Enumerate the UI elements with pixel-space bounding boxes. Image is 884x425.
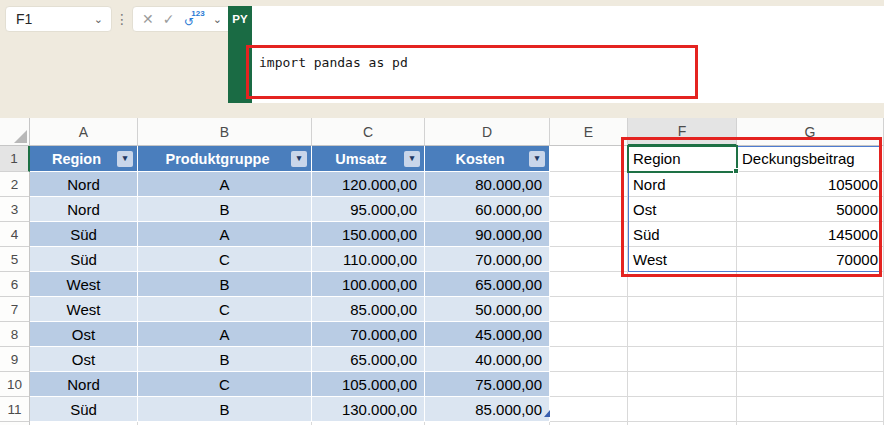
sheet-cell[interactable]: A xyxy=(138,172,312,197)
cancel-icon[interactable]: ✕ xyxy=(142,12,154,26)
sheet-cell[interactable]: 65.000,00 xyxy=(312,347,425,372)
row-header-10[interactable]: 10 xyxy=(0,372,30,397)
sheet-cell[interactable] xyxy=(737,272,884,297)
sheet-cell[interactable] xyxy=(550,322,628,347)
sheet-cell[interactable]: C xyxy=(138,297,312,322)
column-header-e[interactable]: E xyxy=(550,118,628,146)
column-header-d[interactable]: D xyxy=(425,118,550,146)
column-header-g[interactable]: G xyxy=(737,118,884,146)
sheet-cell[interactable]: A xyxy=(138,222,312,247)
sheet-cell[interactable] xyxy=(628,347,737,372)
sheet-cell[interactable]: Nord xyxy=(30,172,138,197)
sheet-cell[interactable] xyxy=(628,322,737,347)
sheet-cell[interactable] xyxy=(737,347,884,372)
sheet-cell[interactable]: 85.000,00 xyxy=(312,297,425,322)
result-cell[interactable]: 105000 xyxy=(737,172,884,197)
sheet-cell[interactable]: Süd xyxy=(30,247,138,272)
sheet-cell[interactable] xyxy=(628,297,737,322)
sheet-cell[interactable]: Süd xyxy=(30,222,138,247)
row-header-6[interactable]: 6 xyxy=(0,272,30,297)
result-cell[interactable]: Ost xyxy=(628,197,737,222)
sheet-cell[interactable]: B xyxy=(138,272,312,297)
result-cell[interactable]: 145000 xyxy=(737,222,884,247)
sheet-cell[interactable] xyxy=(737,322,884,347)
sheet-cell[interactable]: C xyxy=(138,247,312,272)
sheet-cell[interactable]: 70.000,00 xyxy=(312,322,425,347)
result-cell[interactable]: 70000 xyxy=(737,247,884,272)
sheet-cell[interactable] xyxy=(628,272,737,297)
sheet-cell[interactable] xyxy=(628,397,737,422)
fill-handle[interactable] xyxy=(733,168,739,174)
sheet-cell[interactable]: 120.000,00 xyxy=(312,172,425,197)
commit-options-chevron-icon[interactable]: ⌄ xyxy=(213,14,222,25)
sheet-cell[interactable]: 105.000,00 xyxy=(312,372,425,397)
row-header-2[interactable]: 2 xyxy=(0,172,30,197)
sheet-cell[interactable] xyxy=(550,247,628,272)
sheet-cell[interactable]: Nord xyxy=(30,372,138,397)
column-header-c[interactable]: C xyxy=(312,118,425,146)
table-header-kosten[interactable]: Kosten ▾ xyxy=(425,146,550,172)
sheet-cell[interactable]: Nord xyxy=(30,197,138,222)
sheet-cell[interactable]: C xyxy=(138,372,312,397)
sheet-cell[interactable] xyxy=(737,372,884,397)
sheet-cell[interactable]: 50.000,00 xyxy=(425,297,550,322)
sheet-cell[interactable]: 40.000,00 xyxy=(425,347,550,372)
sheet-cell[interactable]: 100.000,00 xyxy=(312,272,425,297)
sheet-cell[interactable] xyxy=(550,222,628,247)
sheet-cell[interactable]: B xyxy=(138,347,312,372)
row-header-8[interactable]: 8 xyxy=(0,322,30,347)
row-header-4[interactable]: 4 xyxy=(0,222,30,247)
sheet-cell[interactable] xyxy=(550,347,628,372)
sheet-cell[interactable]: B xyxy=(138,197,312,222)
table-header-produktgruppe[interactable]: Produktgruppe ▾ xyxy=(138,146,312,172)
sheet-cell[interactable] xyxy=(550,397,628,422)
row-header-11[interactable]: 11 xyxy=(0,397,30,422)
sheet-cell[interactable]: Süd xyxy=(30,397,138,422)
row-header-9[interactable]: 9 xyxy=(0,347,30,372)
result-header-deckungsbeitrag[interactable]: Deckungsbeitrag xyxy=(737,146,884,172)
sheet-cell[interactable]: A xyxy=(138,322,312,347)
sheet-cell[interactable] xyxy=(550,272,628,297)
table-header-umsatz[interactable]: Umsatz ▾ xyxy=(312,146,425,172)
sheet-cell[interactable]: 45.000,00 xyxy=(425,322,550,347)
result-cell[interactable]: Süd xyxy=(628,222,737,247)
table-header-region[interactable]: Region ▾ xyxy=(30,146,138,172)
filter-dropdown-button[interactable]: ▾ xyxy=(117,151,133,167)
sheet-cell[interactable]: 80.000,00 xyxy=(425,172,550,197)
sheet-cell[interactable]: B xyxy=(138,397,312,422)
sheet-cell[interactable]: 60.000,00 xyxy=(425,197,550,222)
result-cell[interactable]: Nord xyxy=(628,172,737,197)
sheet-cell[interactable]: 95.000,00 xyxy=(312,197,425,222)
row-header-1-selected[interactable]: 1 xyxy=(0,146,30,172)
sheet-cell[interactable] xyxy=(550,372,628,397)
column-header-a[interactable]: A xyxy=(30,118,138,146)
formula-bar-menu-dots-icon[interactable]: ⋮ xyxy=(116,6,128,32)
sheet-cell[interactable] xyxy=(628,372,737,397)
calculate-refresh-icon[interactable]: 123 ↺ xyxy=(184,10,204,28)
sheet-cell[interactable] xyxy=(737,297,884,322)
sheet-cell[interactable] xyxy=(550,172,628,197)
formula-input[interactable]: import pandas as pd df = xl("tblUmsatz[#… xyxy=(252,6,884,103)
sheet-cell[interactable]: 65.000,00 xyxy=(425,272,550,297)
sheet-cell[interactable]: 75.000,00 xyxy=(425,372,550,397)
enter-icon[interactable]: ✓ xyxy=(163,12,175,26)
chevron-down-icon[interactable]: ⌄ xyxy=(94,14,103,25)
filter-dropdown-button[interactable]: ▾ xyxy=(291,151,307,167)
row-header-7[interactable]: 7 xyxy=(0,297,30,322)
sheet-cell[interactable]: Ost xyxy=(30,322,138,347)
sheet-cell[interactable] xyxy=(550,197,628,222)
name-box[interactable]: F1 ⌄ xyxy=(5,6,112,32)
column-header-b[interactable]: B xyxy=(138,118,312,146)
filter-dropdown-button[interactable]: ▾ xyxy=(529,151,545,167)
sheet-cell[interactable]: 150.000,00 xyxy=(312,222,425,247)
sheet-cell[interactable]: 130.000,00 xyxy=(312,397,425,422)
sheet-cell[interactable]: 110.000,00 xyxy=(312,247,425,272)
sheet-cell[interactable]: 85.000,00 xyxy=(425,397,550,422)
select-all-corner[interactable] xyxy=(0,118,30,146)
filter-dropdown-button[interactable]: ▾ xyxy=(404,151,420,167)
result-cell[interactable]: 50000 xyxy=(737,197,884,222)
result-cell[interactable]: West xyxy=(628,247,737,272)
sheet-cell-e1[interactable] xyxy=(550,146,628,172)
sheet-cell[interactable]: 90.000,00 xyxy=(425,222,550,247)
sheet-cell[interactable]: West xyxy=(30,297,138,322)
